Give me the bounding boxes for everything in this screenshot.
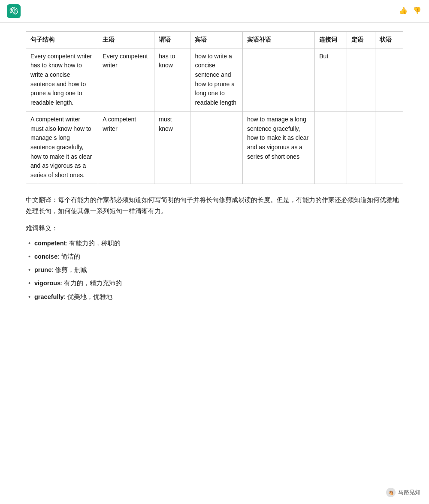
chatgpt-logo [7,4,21,18]
cell-objcomp-1 [242,48,314,111]
col-header-attr1: 定语 [347,32,375,48]
table-header-row: 句子结构 主语 谓语 宾语 宾语补语 连接词 定语 状语 [26,32,403,48]
translation-section: 中文翻译：每个有能力的作家都必须知道如何写简明的句子并将长句修剪成易读的长度。但… [26,194,403,217]
cell-predicate-2: must know [154,111,190,184]
translation-text: 每个有能力的作家都必须知道如何写简明的句子并将长句修剪成易读的长度。但是，有能力… [26,196,399,214]
thumbs-down-icon[interactable]: 👎 [412,5,422,15]
cell-conj-1: But [315,48,347,111]
cell-attr2-2 [375,111,403,184]
watermark-text: 马路见知 [398,489,420,496]
list-item: competent: 有能力的，称职的 [26,237,403,250]
col-header-objcomp: 宾语补语 [242,32,314,48]
feedback-icons: 👍 👎 [398,5,422,15]
cell-objcomp-2: how to manage a long sentence gracefully… [242,111,314,184]
vocab-list: competent: 有能力的，称职的 concise: 简洁的 prune: … [26,237,403,304]
col-header-sentence: 句子结构 [26,32,98,48]
vocab-word: prune [34,266,51,273]
cell-attr1-1 [347,48,375,111]
cell-sentence-2: A competent writer must also know how to… [26,111,98,184]
vocab-title: 难词释义： [26,224,403,232]
thumbs-up-icon[interactable]: 👍 [398,5,408,15]
analysis-table: 句子结构 主语 谓语 宾语 宾语补语 连接词 定语 状语 Every compe… [26,31,403,184]
vocab-def-3: 有力的，精力充沛的 [64,280,122,287]
cell-sentence-1: Every competent writer has to know how t… [26,48,98,111]
col-header-object: 宾语 [190,32,243,48]
list-item: gracefully: 优美地，优雅地 [26,290,403,304]
cell-object-1: how to write a concise sentence and how … [190,48,243,111]
vocab-def-2: 修剪，删减 [55,266,87,273]
vocab-word: competent [34,240,66,247]
list-item: vigorous: 有力的，精力充沛的 [26,277,403,290]
vocab-colon-4: : [64,293,67,300]
cell-conj-2 [315,111,347,184]
page-wrapper: 👍 👎 句子结构 主语 谓语 宾语 宾语补语 连接词 定语 状语 [0,0,429,504]
vocab-word: gracefully [34,293,64,300]
watermark: 🐴 马路见知 [386,488,420,497]
list-item: prune: 修剪，删减 [26,263,403,277]
vocab-word: concise [34,253,57,260]
watermark-emoji: 🐴 [388,490,393,495]
main-content: 句子结构 主语 谓语 宾语 宾语补语 连接词 定语 状语 Every compe… [0,23,429,322]
translation-label: 中文翻译： [26,196,58,203]
vocab-def-4: 优美地，优雅地 [67,293,112,300]
header [0,0,429,23]
cell-subject-1: Every competent writer [98,48,154,111]
vocab-def-0: 有能力的，称职的 [69,240,121,247]
table-row: A competent writer must also know how to… [26,111,403,184]
col-header-subject: 主语 [98,32,154,48]
col-header-predicate: 谓语 [154,32,190,48]
watermark-icon: 🐴 [386,488,396,497]
cell-attr2-1 [375,48,403,111]
table-row: Every competent writer has to know how t… [26,48,403,111]
col-conj-label: 连接词 [319,36,337,43]
cell-object-2 [190,111,243,184]
vocab-colon-1: : [57,253,61,260]
list-item: concise: 简洁的 [26,250,403,263]
col-header-attr2: 状语 [375,32,403,48]
chatgpt-logo-svg [9,7,18,15]
cell-attr1-2 [347,111,375,184]
cell-subject-2: A competent writer [98,111,154,184]
vocab-word: vigorous [34,280,60,287]
col-header-conj: 连接词 [315,32,347,48]
vocab-def-1: 简洁的 [61,253,80,260]
cell-predicate-1: has to know [154,48,190,111]
vocabulary-section: 难词释义： competent: 有能力的，称职的 concise: 简洁的 p… [26,224,403,304]
